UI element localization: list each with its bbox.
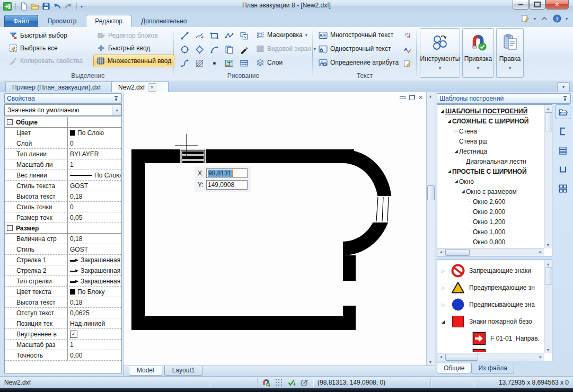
property-value[interactable]: Над линией bbox=[67, 318, 121, 328]
maximize-button[interactable] bbox=[529, 0, 545, 10]
property-value[interactable]: 0,18 bbox=[67, 234, 121, 244]
drawing-tool-point[interactable] bbox=[208, 57, 221, 69]
ortho-status-icon[interactable] bbox=[287, 378, 296, 387]
side-tool-rows[interactable] bbox=[556, 144, 570, 157]
scroll-thumb[interactable] bbox=[445, 354, 478, 361]
property-value[interactable]: ✓ bbox=[67, 329, 121, 339]
ribbon-button-multi-input[interactable]: Множественный ввод bbox=[93, 55, 174, 67]
canvas-vertical-scrollbar[interactable]: ▲ ▼ bbox=[426, 92, 435, 366]
tab-Дополнительно[interactable]: Дополнительно bbox=[133, 15, 195, 27]
tree-vertical-scrollbar[interactable]: ▲ ▼ bbox=[544, 105, 552, 248]
tree-item[interactable]: ◢ПРОСТЫЕ С ШИРИНОЙ bbox=[438, 166, 543, 176]
properties-preset-combobox[interactable]: Значения по умолчанию ▾ bbox=[4, 104, 122, 116]
expander-open-icon[interactable]: ◢ bbox=[453, 149, 459, 154]
expander-open-icon[interactable]: ◢ bbox=[439, 319, 447, 324]
tree-item[interactable]: ·Стена рш bbox=[438, 136, 543, 146]
property-value[interactable]: 1 bbox=[67, 340, 121, 350]
grid-status-icon[interactable] bbox=[275, 378, 283, 387]
side-tool-library[interactable] bbox=[556, 104, 570, 119]
tab-Просмотр[interactable]: Просмотр bbox=[39, 15, 85, 27]
sign-item[interactable]: ▷Предупреждающие зн bbox=[438, 279, 543, 296]
scroll-down-arrow[interactable]: ▼ bbox=[427, 358, 434, 366]
property-value[interactable]: ▬►Закрашенная з bbox=[67, 276, 121, 286]
tree-horizontal-scrollbar[interactable]: ◄ ► bbox=[437, 248, 544, 256]
tree-item[interactable]: ·Окно 2,000 bbox=[438, 207, 543, 217]
checkbox-checked-icon[interactable]: ✓ bbox=[70, 331, 77, 338]
property-value[interactable]: GOST bbox=[67, 244, 121, 254]
tree-item[interactable]: ◢Окно с размером bbox=[438, 186, 543, 197]
signs-tab-Из файла[interactable]: Из файла bbox=[471, 363, 514, 373]
drawing-tool-pencil[interactable] bbox=[237, 43, 250, 56]
model-tab-Layout1[interactable]: Layout1 bbox=[164, 366, 203, 376]
property-value[interactable]: 1 bbox=[67, 159, 121, 170]
help-dropdown-icon[interactable]: ▾ bbox=[566, 16, 568, 21]
undo-icon[interactable] bbox=[53, 2, 61, 11]
document-tab-2[interactable]: New2.dxf✕ bbox=[111, 81, 169, 93]
close-button[interactable]: ✕ bbox=[545, 0, 569, 10]
expander-closed-icon[interactable]: ▷ bbox=[439, 286, 447, 290]
help-icon[interactable]: ? bbox=[553, 14, 561, 23]
expander-open-icon[interactable]: ◢ bbox=[439, 109, 445, 113]
side-tool-channel[interactable] bbox=[556, 163, 570, 176]
model-tab-Model[interactable]: Model bbox=[129, 366, 162, 376]
scroll-thumb[interactable] bbox=[445, 249, 470, 256]
expander-closed-icon[interactable]: ▷ bbox=[439, 302, 447, 307]
drawing-tool-arc[interactable] bbox=[208, 43, 221, 56]
drawing-tool-polyline[interactable] bbox=[223, 29, 235, 42]
scroll-left-arrow[interactable]: ◄ bbox=[437, 353, 445, 360]
document-tab-1[interactable]: Пример (План_эвакуации).dxf bbox=[5, 81, 123, 93]
property-value[interactable]: ▬►Закрашенная з bbox=[67, 265, 121, 275]
property-value[interactable]: 0 bbox=[67, 202, 121, 212]
style-dropdown-icon[interactable]: ▾ bbox=[534, 16, 536, 21]
ribbon-button-quick-select[interactable]: Быстрый выбор bbox=[6, 30, 70, 41]
coord-x-input[interactable]: 98,8131 bbox=[206, 168, 248, 178]
scroll-up-arrow[interactable]: ▲ bbox=[544, 260, 552, 268]
property-value[interactable]: 0.00 bbox=[67, 350, 121, 360]
scroll-up-arrow[interactable]: ▲ bbox=[427, 92, 434, 100]
property-value[interactable]: GOST bbox=[67, 181, 121, 191]
drawing-tool-copy[interactable] bbox=[223, 43, 235, 56]
document-list-dropdown[interactable]: ▾ bbox=[557, 82, 570, 92]
sign-item[interactable]: F 01-01_Направ. bbox=[438, 330, 543, 347]
tab-Файл[interactable]: Файл bbox=[4, 15, 38, 27]
tree-item[interactable]: ·Диагональная лестн bbox=[438, 156, 543, 166]
drawing-tool-spline[interactable] bbox=[178, 57, 191, 69]
scroll-thumb[interactable] bbox=[545, 112, 552, 131]
ribbon-button-stext[interactable]: AОднострочный текст bbox=[316, 43, 393, 55]
ribbon-button-attr[interactable]: AОпределение атрибута bbox=[316, 57, 401, 68]
drawing-tool-hatch[interactable] bbox=[193, 57, 206, 69]
ribbon-button-layers[interactable]: Слои bbox=[253, 57, 285, 68]
drawing-canvas[interactable]: ✕ X: 98,8131 Y: 149,0908 ▲ ▼ ModelLayout… bbox=[123, 92, 435, 376]
property-value[interactable]: По Слою bbox=[67, 170, 121, 180]
snap-status-icon[interactable] bbox=[262, 378, 270, 387]
drawing-tool-circle[interactable] bbox=[178, 43, 191, 56]
scroll-down-arrow[interactable]: ▼ bbox=[544, 346, 552, 353]
signs-tab-Общие[interactable]: Общие bbox=[437, 363, 471, 373]
collapse-toggle-icon[interactable] bbox=[7, 225, 13, 231]
property-value[interactable]: По Блоку bbox=[67, 287, 121, 297]
tree-item[interactable]: ·Окно 1,000 bbox=[438, 227, 543, 237]
tree-item[interactable]: ◢Окно bbox=[438, 176, 543, 186]
signs-vertical-scrollbar[interactable]: ▲ ▼ bbox=[544, 260, 552, 353]
tree-item[interactable]: ◢Лестница bbox=[438, 146, 543, 156]
save-icon[interactable] bbox=[42, 2, 50, 11]
big-button-snap[interactable]: Привязка▾ bbox=[462, 28, 494, 78]
expander-closed-icon[interactable]: ▷ bbox=[453, 129, 459, 133]
scroll-right-arrow[interactable]: ► bbox=[537, 353, 544, 360]
sign-item[interactable]: ▷Запрещающие знаки bbox=[438, 262, 543, 279]
open-file-icon[interactable] bbox=[31, 2, 39, 11]
ribbon-button-numbering[interactable]: 1?2 bbox=[401, 29, 413, 42]
drawing-tool-line[interactable] bbox=[178, 29, 191, 42]
scroll-left-arrow[interactable]: ◄ bbox=[437, 248, 445, 255]
sign-item[interactable]: ▷Предписывающие зна bbox=[438, 296, 543, 313]
expander-open-icon[interactable]: ◢ bbox=[446, 169, 452, 174]
tree-item[interactable]: ◢СЛОЖНЫЕ С ШИРИНОЙ bbox=[438, 116, 543, 126]
drawing-tool-block[interactable] bbox=[237, 29, 250, 42]
big-button-tools[interactable]: Инструменты▾ bbox=[420, 28, 460, 78]
drawing-tool-image[interactable] bbox=[223, 57, 235, 69]
expander-open-icon[interactable]: ◢ bbox=[460, 189, 466, 194]
minimize-button[interactable] bbox=[513, 0, 529, 10]
combo-dropdown-button[interactable]: ▾ bbox=[112, 105, 121, 115]
sign-item[interactable]: F 01-02_Н bbox=[438, 347, 543, 352]
coord-y-input[interactable]: 149,0908 bbox=[206, 180, 248, 190]
